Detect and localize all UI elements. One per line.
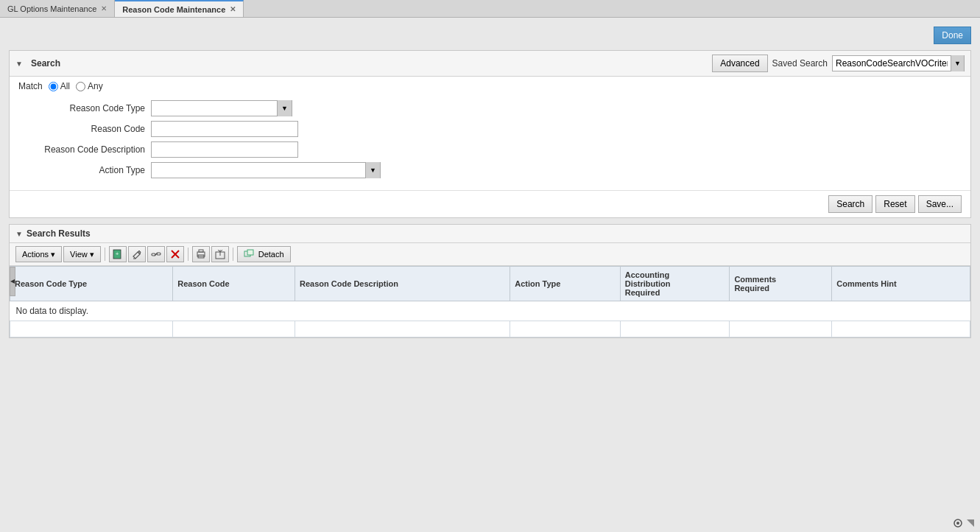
match-any-label[interactable]: Any xyxy=(76,81,103,91)
results-panel-header: ▼ Search Results xyxy=(10,225,970,243)
delete-icon-btn[interactable] xyxy=(166,246,184,262)
edit-icon-btn[interactable] xyxy=(128,246,146,262)
detach-button[interactable]: Detach xyxy=(237,246,291,262)
action-type-select[interactable] xyxy=(152,163,365,178)
match-all-label[interactable]: All xyxy=(49,81,70,91)
reason-code-input[interactable] xyxy=(151,121,298,137)
no-data-row: No data to display. xyxy=(10,301,970,321)
print-icon xyxy=(196,249,206,259)
action-type-label: Action Type xyxy=(18,165,151,175)
criteria-input[interactable] xyxy=(833,56,951,71)
all-label-text: All xyxy=(60,81,70,91)
toolbar-separator-2 xyxy=(188,248,188,261)
col-reason-code: Reason Code xyxy=(173,267,295,301)
col-comments-required: CommentsRequired xyxy=(730,267,832,301)
tab-gl-options-close[interactable]: ✕ xyxy=(101,5,107,13)
reason-code-description-label: Reason Code Description xyxy=(18,144,151,155)
bottom-bar xyxy=(946,514,980,532)
edit-icon xyxy=(132,249,142,259)
col-comments-hint: Comments Hint xyxy=(832,267,970,301)
settings-icon[interactable] xyxy=(952,517,964,529)
tab-reason-code[interactable]: Reason Code Maintenance ✕ xyxy=(115,0,244,17)
saved-search-label: Saved Search xyxy=(772,58,828,69)
any-label-text: Any xyxy=(88,81,103,91)
empty-cell-7 xyxy=(832,321,970,337)
create-icon-btn[interactable]: + xyxy=(109,246,127,262)
reason-code-description-input[interactable] xyxy=(151,141,298,158)
toolbar-separator-3 xyxy=(233,248,233,261)
results-collapse-arrow[interactable]: ▼ xyxy=(15,230,23,237)
reason-code-row: Reason Code xyxy=(18,121,962,137)
svg-text:+: + xyxy=(115,251,119,257)
toolbar-separator-1 xyxy=(105,248,105,261)
results-table: Reason Code Type Reason Code Reason Code… xyxy=(10,266,970,337)
svg-rect-4 xyxy=(157,253,161,255)
done-button[interactable]: Done xyxy=(934,27,971,44)
form-section: Reason Code Type ▼ Reason Code Reason Co… xyxy=(10,96,970,190)
reason-code-type-select[interactable] xyxy=(152,101,277,116)
print-icon-btn[interactable] xyxy=(192,246,210,262)
export-icon-btn[interactable] xyxy=(211,246,229,262)
search-button[interactable]: Search xyxy=(828,195,873,213)
match-all-radio[interactable] xyxy=(49,82,58,91)
results-panel-title: Search Results xyxy=(27,228,91,239)
detach-icon xyxy=(244,249,254,259)
link-icon-btn[interactable] xyxy=(147,246,165,262)
col-reason-code-description: Reason Code Description xyxy=(295,267,510,301)
reset-button[interactable]: Reset xyxy=(875,195,914,213)
results-panel: ◀ ▼ Search Results Actions ▾ View ▾ + xyxy=(9,224,971,338)
results-toolbar: Actions ▾ View ▾ + xyxy=(10,243,970,266)
svg-point-15 xyxy=(956,522,959,525)
tab-reason-code-close[interactable]: ✕ xyxy=(230,6,236,13)
tab-reason-code-label: Reason Code Maintenance xyxy=(122,5,225,14)
empty-cell-1 xyxy=(10,321,173,337)
match-any-radio[interactable] xyxy=(76,82,85,91)
view-button[interactable]: View ▾ xyxy=(63,246,101,262)
actions-label: Actions xyxy=(22,250,49,259)
empty-cell-4 xyxy=(510,321,621,337)
export-icon xyxy=(215,249,225,259)
col-reason-code-type: Reason Code Type xyxy=(10,267,173,301)
search-panel-title: Search xyxy=(31,58,60,69)
col-action-type: Action Type xyxy=(510,267,621,301)
delete-icon xyxy=(170,249,180,259)
top-toolbar: Done xyxy=(9,24,971,44)
actions-button[interactable]: Actions ▾ xyxy=(15,246,62,262)
main-content: Done ▼ Search Advanced Saved Search ▼ Ma… xyxy=(0,18,980,532)
reason-code-description-row: Reason Code Description xyxy=(18,141,962,158)
reason-code-label: Reason Code xyxy=(18,124,151,134)
action-type-dropdown-btn[interactable]: ▼ xyxy=(365,162,380,178)
col-accounting-distribution: AccountingDistributionRequired xyxy=(620,267,730,301)
table-container: Reason Code Type Reason Code Reason Code… xyxy=(10,266,970,337)
match-row: Match All Any xyxy=(10,77,970,96)
empty-cell-5 xyxy=(620,321,730,337)
svg-rect-8 xyxy=(199,250,203,252)
tab-gl-options[interactable]: GL Options Maintenance ✕ xyxy=(0,0,115,17)
search-collapse-arrow[interactable]: ▼ xyxy=(15,60,23,67)
svg-rect-13 xyxy=(247,250,253,255)
view-dropdown-arrow: ▾ xyxy=(90,250,94,259)
action-type-row: Action Type ▼ xyxy=(18,162,962,178)
detach-label: Detach xyxy=(258,250,284,259)
tab-bar: GL Options Maintenance ✕ Reason Code Mai… xyxy=(0,0,980,18)
view-label: View xyxy=(70,250,88,259)
link-icon xyxy=(151,249,161,259)
tab-gl-options-label: GL Options Maintenance xyxy=(7,4,96,13)
reason-code-type-label: Reason Code Type xyxy=(18,103,151,113)
reason-code-type-dropdown-btn[interactable]: ▼ xyxy=(277,100,292,116)
match-label: Match xyxy=(18,81,43,91)
search-action-row: Search Reset Save... xyxy=(10,190,970,217)
search-panel: ▼ Search Advanced Saved Search ▼ Match A… xyxy=(9,50,971,218)
empty-row-1 xyxy=(10,321,970,337)
advanced-button[interactable]: Advanced xyxy=(712,55,767,72)
action-type-select-wrap: ▼ xyxy=(151,162,381,178)
search-controls-right: Advanced Saved Search ▼ xyxy=(712,55,965,72)
side-collapse-handle[interactable]: ◀ xyxy=(10,267,15,296)
svg-rect-3 xyxy=(152,253,155,256)
expand-icon[interactable] xyxy=(967,519,974,527)
reason-code-type-row: Reason Code Type ▼ xyxy=(18,100,962,116)
search-title-area: ▼ Search xyxy=(15,58,60,69)
save-button[interactable]: Save... xyxy=(918,195,962,213)
criteria-dropdown-btn[interactable]: ▼ xyxy=(951,55,964,71)
criteria-select-wrap: ▼ xyxy=(832,55,965,71)
